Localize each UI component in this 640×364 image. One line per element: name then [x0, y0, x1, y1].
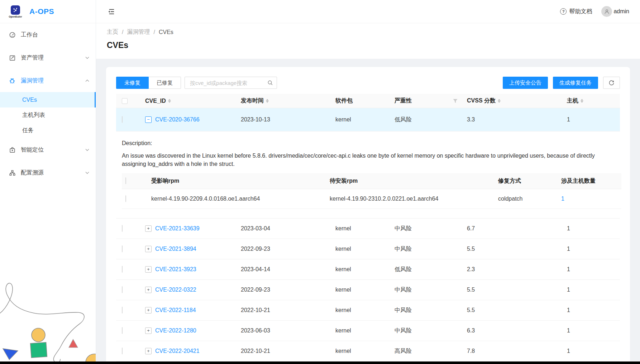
table-row: + CVE-2021-3894 2022-09-23 kernel 中风险 5.… — [116, 239, 620, 259]
sidebar-item-label: 资产管理 — [21, 54, 44, 62]
cve-link[interactable]: CVE-2022-0322 — [155, 287, 196, 293]
expand-toggle[interactable]: + — [145, 307, 152, 313]
cve-link[interactable]: CVE-2022-20421 — [155, 348, 200, 354]
expand-toggle[interactable]: + — [145, 225, 152, 232]
search-input[interactable] — [189, 80, 267, 86]
host-count-cell: 1 — [543, 348, 620, 354]
cve-cell: + CVE-2022-20421 — [139, 348, 238, 354]
search-box — [185, 77, 277, 89]
host-count-cell: 1 — [543, 116, 620, 123]
package-cell: kernel — [328, 246, 394, 252]
sidebar-menu: 工作台 资产管理 漏洞管理 — [0, 23, 96, 184]
rpm-affected-value: kernel-4.19.90-2209.4.0.0168.oe1.aarch64 — [139, 196, 329, 202]
row-checkbox[interactable] — [122, 245, 123, 252]
filter-icon[interactable] — [453, 99, 458, 103]
host-count-cell: 1 — [543, 307, 620, 313]
expand-toggle[interactable]: + — [145, 246, 152, 252]
tab-fixed[interactable]: 已修复 — [149, 77, 181, 89]
cve-link[interactable]: CVE-2022-1184 — [155, 307, 196, 313]
cve-link[interactable]: CVE-2021-33639 — [155, 225, 200, 232]
rpm-column-hosts: 涉及主机数量 — [558, 177, 621, 185]
package-cell: kernel — [328, 225, 394, 232]
severity-cell: 中风险 — [394, 225, 466, 233]
cvss-cell: 2.3 — [466, 266, 543, 273]
help-docs-link[interactable]: ? 帮助文档 — [560, 8, 592, 15]
sort-icon[interactable] — [498, 99, 501, 103]
severity-cell: 低风险 — [394, 266, 466, 273]
sort-icon[interactable] — [168, 99, 171, 103]
row-checkbox[interactable] — [122, 307, 123, 313]
table-row: + CVE-2022-20421 2022-10-21 kernel 高风险 7… — [116, 341, 620, 361]
row-checkbox[interactable] — [122, 348, 123, 354]
row-checkbox-cell — [116, 348, 139, 354]
sidebar-item-tasks[interactable]: 任务 — [0, 123, 96, 138]
row-checkbox[interactable] — [122, 225, 123, 232]
column-host: 主机 — [543, 97, 620, 105]
rpm-row-checkbox[interactable] — [125, 195, 126, 202]
rpm-hosts-link[interactable]: 1 — [561, 196, 564, 202]
sidebar-item-vulnerability[interactable]: 漏洞管理 — [0, 69, 96, 92]
expand-toggle[interactable]: − — [145, 116, 152, 123]
severity-cell: 高风险 — [394, 348, 466, 355]
bug-icon — [9, 77, 16, 84]
expand-toggle[interactable]: + — [145, 266, 152, 273]
expand-toggle[interactable]: + — [145, 287, 152, 293]
severity-cell: 中风险 — [394, 307, 466, 314]
sidebar-item-assets[interactable]: 资产管理 — [0, 46, 96, 69]
locate-icon — [9, 146, 16, 153]
host-count-cell: 1 — [543, 225, 620, 232]
row-checkbox[interactable] — [122, 327, 123, 334]
row-checkbox[interactable] — [122, 266, 123, 273]
host-count-cell: 1 — [543, 287, 620, 293]
package-cell: kernel — [328, 327, 394, 334]
row-checkbox-cell — [116, 266, 139, 273]
expand-toggle[interactable]: + — [145, 348, 152, 354]
cve-link[interactable]: CVE-2022-1280 — [155, 327, 196, 334]
page-title: CVEs — [107, 39, 629, 51]
sort-icon[interactable] — [581, 99, 583, 103]
topbar: ? 帮助文档 admin — [96, 0, 640, 23]
sort-icon[interactable] — [266, 99, 269, 103]
column-label: CVSS 分数 — [467, 97, 496, 105]
host-count-cell: 1 — [543, 266, 620, 273]
refresh-button[interactable] — [603, 77, 620, 89]
package-cell: kernel — [328, 266, 394, 273]
sidebar-item-cves[interactable]: CVEs — [0, 92, 96, 107]
row-checkbox[interactable] — [122, 286, 123, 293]
rpm-column-install: 待安装rpm — [329, 177, 497, 185]
sidebar-item-workbench[interactable]: 工作台 — [0, 23, 96, 46]
column-label: CVE_ID — [145, 98, 166, 104]
sidebar-collapse-button[interactable] — [107, 7, 115, 16]
user-menu[interactable]: admin — [601, 6, 629, 17]
cve-cell: + CVE-2022-1184 — [139, 307, 238, 313]
search-icon[interactable] — [267, 80, 273, 86]
sidebar-item-config-trace[interactable]: 配置溯源 — [0, 161, 96, 184]
severity-cell: 低风险 — [394, 116, 466, 124]
tab-unfixed[interactable]: 未修复 — [116, 77, 149, 89]
publish-date-cell: 2023-03-04 — [238, 225, 328, 232]
generate-repair-task-button[interactable]: 生成修复任务 — [553, 77, 598, 89]
severity-cell: 中风险 — [394, 327, 466, 335]
upload-advisory-button[interactable]: 上传安全公告 — [503, 77, 548, 89]
breadcrumb-home[interactable]: 主页 — [107, 28, 118, 36]
column-label: 软件包 — [335, 97, 353, 105]
package-cell: kernel — [328, 287, 394, 293]
cve-link[interactable]: CVE-2021-3894 — [155, 246, 196, 252]
sidebar-item-host-list[interactable]: 主机列表 — [0, 107, 96, 123]
package-cell: kernel — [328, 348, 394, 354]
rpm-select-all-checkbox[interactable] — [125, 177, 126, 184]
cve-link[interactable]: CVE-2021-3923 — [155, 266, 196, 273]
package-cell: kernel — [328, 307, 394, 313]
app-name: A-OPS — [29, 7, 54, 16]
sidebar-item-smart-locate[interactable]: 智能定位 — [0, 138, 96, 161]
rpm-header-checkbox-cell — [122, 178, 139, 184]
table-body: − CVE-2020-36766 2023-10-13 kernel 低风险 3… — [116, 108, 620, 361]
description-label: Description: — [116, 140, 620, 147]
row-checkbox-cell — [116, 327, 139, 334]
row-checkbox[interactable] — [122, 116, 123, 123]
select-all-checkbox[interactable] — [122, 98, 128, 104]
breadcrumb-vuln[interactable]: 漏洞管理 — [127, 28, 150, 36]
expand-toggle[interactable]: + — [145, 327, 152, 334]
openeuler-logo-icon — [11, 5, 20, 15]
cve-link[interactable]: CVE-2020-36766 — [155, 116, 200, 123]
